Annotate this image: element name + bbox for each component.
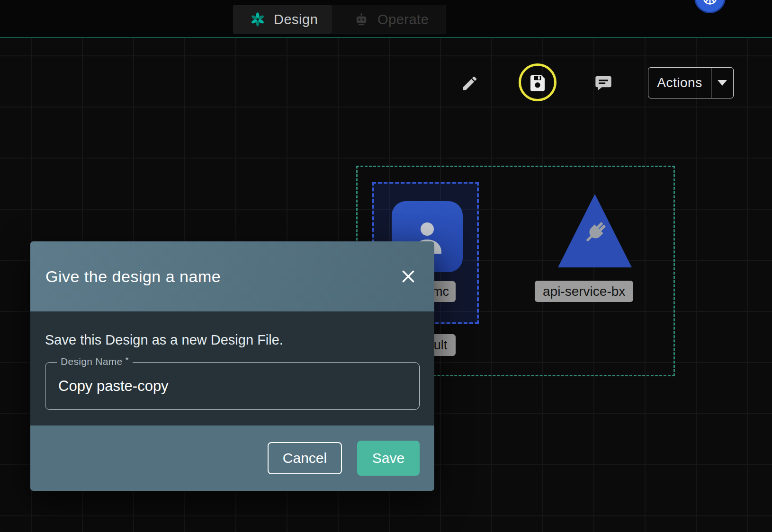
save-design-modal: Give the design a name Save this Design … [30, 241, 434, 491]
api-node-label-chip: api-service-bx [535, 281, 633, 302]
close-button[interactable] [397, 266, 419, 287]
mode-tabs: Design Operate [233, 5, 446, 34]
floppy-disk-icon [528, 73, 547, 92]
design-name-input[interactable] [45, 363, 419, 409]
actions-dropdown-toggle[interactable] [711, 68, 733, 98]
comment-icon [594, 74, 613, 93]
design-name-field: Design Name * [45, 362, 420, 410]
actions-button-label: Actions [648, 68, 711, 98]
chevron-down-icon [718, 80, 727, 86]
tab-design[interactable]: Design [233, 5, 332, 34]
save-button[interactable]: Save [357, 441, 420, 476]
modal-footer: Cancel Save [30, 426, 434, 491]
modal-title: Give the design a name [45, 267, 397, 286]
modal-body: Save this Design as a new Design File. D… [30, 311, 434, 426]
edit-design-button[interactable] [457, 71, 483, 96]
tab-operate-label: Operate [377, 12, 429, 27]
cancel-button[interactable]: Cancel [268, 442, 342, 474]
pencil-icon [461, 74, 479, 92]
kubernetes-wheel-icon [700, 0, 719, 7]
robot-icon [353, 11, 370, 28]
tab-operate[interactable]: Operate [332, 5, 446, 34]
save-design-button[interactable] [525, 70, 550, 95]
modal-description: Save this Design as a new Design File. [45, 311, 420, 348]
topbar: Design Operate [0, 0, 772, 38]
actions-button[interactable]: Actions [648, 67, 734, 98]
modal-header: Give the design a name [30, 241, 434, 311]
comment-button[interactable] [591, 71, 616, 96]
tab-design-label: Design [274, 12, 318, 27]
api-service-node[interactable] [557, 193, 633, 269]
kanvas-spiral-icon [249, 11, 266, 28]
close-icon [401, 269, 416, 284]
